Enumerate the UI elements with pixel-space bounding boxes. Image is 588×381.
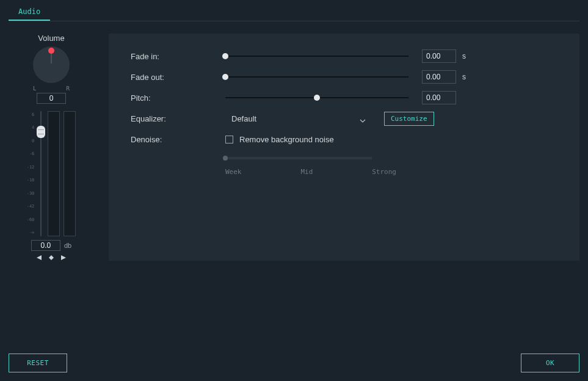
equalizer-select[interactable]: Default	[225, 111, 372, 126]
equalizer-selected-value: Default	[231, 114, 256, 123]
fade-out-value-input[interactable]: 0.00	[422, 70, 456, 84]
volume-title: Volume	[38, 34, 64, 43]
level-meter-right	[64, 111, 76, 236]
svg-marker-1	[49, 255, 54, 260]
parameters-panel: Fade in: 0.00 s Fade out: 0.00 s Pitch:	[109, 34, 579, 261]
fade-out-label: Fade out:	[131, 73, 225, 82]
chevron-down-icon	[360, 115, 366, 122]
volume-panel: Volume L R 0 6 4 0 -6 -12 -18 -30 -42 -6…	[9, 34, 94, 261]
db-unit-label: db	[64, 242, 71, 249]
fade-in-slider-thumb[interactable]	[222, 53, 228, 59]
tab-audio[interactable]: Audio	[9, 5, 50, 21]
pitch-slider-thumb[interactable]	[314, 95, 320, 101]
pan-left-label: L	[33, 85, 36, 92]
fade-in-value-input[interactable]: 0.00	[422, 49, 456, 63]
pitch-slider[interactable]	[225, 93, 408, 103]
meter-scale: 6 4 0 -6 -12 -18 -30 -42 -60 -∞	[27, 111, 35, 236]
level-meter-left	[48, 111, 60, 236]
fade-out-slider[interactable]	[225, 72, 408, 82]
denoise-slider-thumb[interactable]	[223, 156, 228, 161]
svg-marker-2	[61, 255, 66, 260]
fade-in-label: Fade in:	[131, 52, 225, 61]
volume-db-input[interactable]: 0.0	[31, 240, 60, 251]
svg-marker-0	[37, 255, 42, 260]
fade-out-unit: s	[462, 73, 466, 81]
volume-fader-thumb[interactable]	[37, 126, 45, 138]
volume-fader[interactable]	[38, 111, 44, 236]
fade-in-slider[interactable]	[225, 51, 408, 61]
reset-button[interactable]: RESET	[9, 354, 67, 372]
denoise-strong-label: Strong	[372, 168, 396, 176]
denoise-mid-label: Mid	[300, 168, 313, 176]
fade-out-slider-thumb[interactable]	[222, 74, 228, 80]
prev-keyframe-button[interactable]	[36, 255, 42, 261]
denoise-checkbox[interactable]	[225, 136, 233, 143]
ok-button[interactable]: OK	[521, 354, 579, 372]
pitch-value-input[interactable]: 0.00	[422, 91, 456, 104]
fade-in-unit: s	[462, 52, 466, 60]
denoise-checkbox-label: Remove background noise	[239, 135, 334, 144]
next-keyframe-button[interactable]	[60, 255, 67, 261]
denoise-strength-slider[interactable]	[225, 157, 372, 159]
denoise-weak-label: Week	[225, 168, 242, 176]
denoise-label: Denoise:	[131, 135, 225, 144]
pitch-label: Pitch:	[131, 93, 225, 103]
pan-knob[interactable]	[33, 46, 70, 83]
add-keyframe-button[interactable]	[48, 255, 54, 261]
pan-right-label: R	[67, 85, 70, 92]
equalizer-label: Equalizer:	[131, 114, 225, 123]
pan-value-input[interactable]: 0	[37, 93, 66, 104]
customize-button[interactable]: Customize	[384, 112, 434, 126]
